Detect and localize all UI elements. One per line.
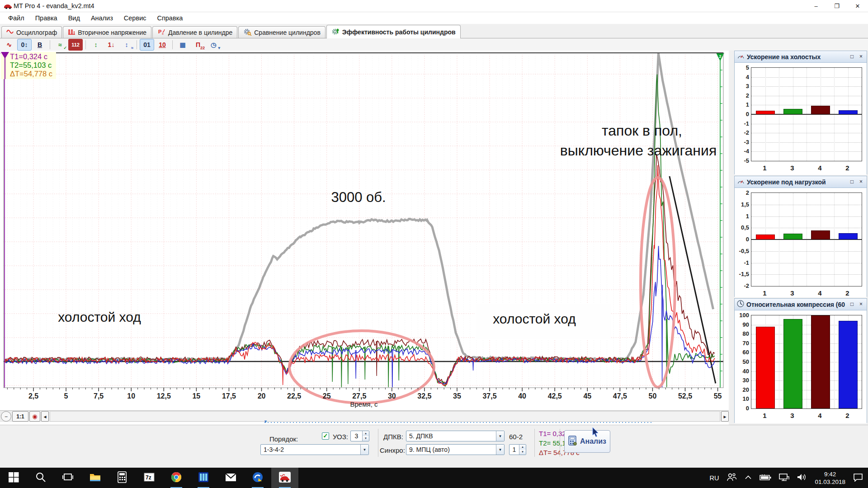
language-indicator[interactable]: RU (709, 474, 719, 482)
engine-settings-panel: Порядок: ✓ УОЗ: 3▲▼ 1-3-4-2▼ ДПКВ: 5. ДП… (0, 425, 868, 468)
svg-text:17,5: 17,5 (222, 392, 236, 400)
dpkv-select[interactable]: 5. ДПКВ▼ (406, 431, 505, 441)
analyze-button[interactable]: Анализ (564, 430, 610, 453)
uoz-spinner[interactable]: 3▲▼ (350, 431, 369, 441)
viewer-icon (252, 471, 264, 485)
panel-maximize-button[interactable]: □ (849, 178, 855, 185)
mouse-cursor (592, 427, 601, 438)
close-button[interactable]: ✕ (847, 0, 868, 12)
clock[interactable]: 9:42 01.03.2018 (815, 470, 845, 486)
bold-trace-tool[interactable]: B (33, 39, 47, 51)
tab-3[interactable]: Сравнение цилиндров (238, 26, 326, 38)
uoz-label: УОЗ: (333, 433, 348, 441)
oscillogram-chart[interactable]: холостой ход3000 об.холостой ходтапок в … (0, 51, 729, 410)
file-explorer-app[interactable] (81, 468, 108, 488)
task-view-icon (62, 471, 74, 485)
chrome-app[interactable] (163, 468, 190, 488)
tray-expand-chevron[interactable] (744, 474, 752, 482)
menu-5[interactable]: Справка (151, 13, 188, 23)
task-view-button[interactable] (54, 468, 81, 488)
splitter-handle[interactable]: ▼ (264, 422, 653, 423)
panel-close-button[interactable]: × (858, 301, 864, 308)
autoscale-tool[interactable]: 1↓ (104, 39, 118, 51)
gauge-icon (737, 53, 745, 61)
firing-order-label: Порядок: (269, 435, 298, 443)
commander-app[interactable] (190, 468, 217, 488)
tab-1[interactable]: Вторичное напряжение (63, 26, 151, 38)
maximize-button[interactable]: ❐ (826, 0, 847, 12)
win-start-icon (8, 471, 19, 485)
firing-order-select[interactable]: 1-3-4-2▼ (260, 444, 369, 455)
taskbar-apps: 7z (0, 468, 298, 488)
menu-bar: ФайлПравкаВидАнализСервисСправка (0, 12, 868, 24)
bar-cyl-2 (839, 233, 858, 239)
scroll-track[interactable] (50, 411, 720, 422)
panel-rel-compression: Относительная компрессия (60□×1009080706… (734, 298, 867, 423)
wave-cursor-tool[interactable]: ∿ (2, 39, 16, 51)
action-center-icon[interactable] (853, 473, 863, 483)
svg-text:32,5: 32,5 (417, 392, 431, 400)
commander-icon (198, 471, 209, 485)
svg-text:7,5: 7,5 (94, 392, 104, 400)
side-panels: Ускорение на холостых□×543210-1-2-3-4-51… (729, 51, 868, 425)
sevenzip-app[interactable]: 7z (136, 468, 163, 488)
viewer-app[interactable] (244, 468, 271, 488)
calculator-tool[interactable]: ▦ (175, 39, 190, 51)
people-icon[interactable] (726, 473, 737, 483)
cursor1-line[interactable] (5, 52, 5, 79)
sync-pulse-tool[interactable]: Π22 (191, 39, 205, 51)
svg-text:холостой ход: холостой ход (493, 311, 576, 326)
mail-app[interactable] (217, 468, 244, 488)
bar-cyl-3 (783, 319, 802, 408)
panel-maximize-button[interactable]: □ (849, 301, 855, 308)
oscillogram-area[interactable]: холостой ход3000 об.холостой ходтапок в … (0, 51, 729, 425)
tab-0[interactable]: Осциллограф (1, 26, 62, 38)
legend-t1: T1=0,324 с (10, 52, 52, 61)
thermometer-tool[interactable]: 10 (155, 39, 170, 51)
search-button[interactable] (27, 468, 54, 488)
cylinder-numbers-tool[interactable]: 112 (68, 39, 83, 51)
time-zoom-tool[interactable]: ◷▾ (206, 39, 221, 51)
svg-text:20: 20 (258, 392, 266, 400)
tab-4[interactable]: Эффективность работы цилиндров (326, 25, 461, 38)
scroll-left-button[interactable]: ◂ (41, 411, 49, 422)
menu-0[interactable]: Файл (3, 13, 30, 23)
menu-1[interactable]: Правка (30, 13, 63, 23)
sync-count-spinner[interactable]: 1▲▼ (509, 444, 526, 455)
window-title: MT Pro 4 - evanda_kv2.mt4 (14, 2, 94, 9)
calculator-app[interactable] (108, 468, 136, 488)
svg-text:25: 25 (323, 392, 331, 400)
windows-taskbar: 7z RU 9:42 01.03.2018 (0, 468, 868, 488)
compression-icon (737, 300, 744, 309)
sync-select[interactable]: 9. МПЦ (авто)▼ (406, 444, 505, 455)
battery-icon[interactable] (760, 474, 771, 483)
dpkv-label: ДПКВ: (383, 433, 403, 441)
volume-icon[interactable] (797, 473, 807, 483)
start-button[interactable] (0, 468, 27, 488)
panel-maximize-button[interactable]: □ (849, 53, 855, 60)
panel-close-button[interactable]: × (858, 178, 864, 185)
scroll-right-button[interactable]: ▸ (721, 411, 729, 422)
menu-4[interactable]: Сервис (118, 13, 152, 23)
tab-2[interactable]: PxДавление в цилиндре (152, 26, 237, 38)
network-icon[interactable] (778, 473, 789, 483)
toolbar-separator (50, 40, 50, 49)
logic-level-tool[interactable]: 01 (140, 39, 154, 51)
center-signal-tool[interactable]: ↕ (89, 39, 103, 51)
target-zoom-button[interactable]: ◉ (29, 411, 40, 422)
bar-cyl-1 (756, 111, 775, 114)
zoom-reset-button[interactable]: 1:1 (12, 411, 28, 422)
zoom-out-button[interactable]: − (1, 411, 11, 422)
minimize-button[interactable]: – (806, 0, 826, 12)
menu-2[interactable]: Вид (63, 13, 85, 23)
mtpro-app[interactable] (271, 468, 298, 488)
smooth-signal-tool[interactable]: ≈✓ (53, 39, 67, 51)
uoz-checkbox[interactable]: ✓ (322, 432, 329, 440)
panel-close-button[interactable]: × (858, 53, 864, 60)
zero-scale-tool[interactable]: 0↕ (17, 39, 32, 51)
svg-text:45: 45 (583, 392, 591, 400)
mtpro-icon (278, 471, 291, 485)
menu-3[interactable]: Анализ (85, 13, 118, 23)
fit-wave-tool[interactable]: ↕≈ (119, 39, 134, 51)
panel-accel-load: Ускорение под нагрузкой□×21,510,50-0,5-1… (734, 176, 867, 297)
